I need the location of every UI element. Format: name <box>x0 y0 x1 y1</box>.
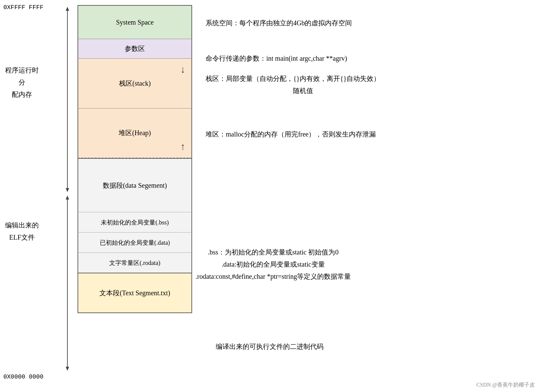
rodata-label: 文字常量区(.rodata) <box>109 259 160 267</box>
text-segment-label: 文本段(Text Segment.txt) <box>99 289 170 298</box>
annotation-text: 编译出来的可执行文件的二进制代码 <box>216 340 324 353</box>
system-space-block: System Space <box>78 5 192 39</box>
initialized-block: 已初始化的全局变量(.data) <box>78 232 192 252</box>
heap-label: 堆区(Heap) <box>119 128 151 138</box>
stack-anno-line1: 栈区：局部变量（自动分配，{}内有效，离开{}自动失效） <box>206 72 380 85</box>
annotation-stack: 栈区：局部变量（自动分配，{}内有效，离开{}自动失效） 随机值 <box>206 72 380 97</box>
bss-anno-line2: .data:初始化的全局变量或static变量 <box>195 258 351 270</box>
svg-marker-4 <box>66 195 69 200</box>
stack-anno-line2: 随机值 <box>226 85 380 97</box>
text-segment-block: 文本段(Text Segment.txt) <box>78 273 192 313</box>
watermark: CSDN @香蕉牛奶椰子皮 <box>477 382 535 389</box>
svg-marker-1 <box>66 7 69 11</box>
bss-anno-line1: .bss：为初始化的全局变量或static 初始值为0 <box>195 246 351 258</box>
elf-arrow <box>62 195 72 371</box>
annotation-params: 命令行传递的参数：int main(int argc,char **agrv) <box>206 52 347 64</box>
annotation-bss: .bss：为初始化的全局变量或static 初始值为0 .data:初始化的全局… <box>195 246 351 282</box>
system-space-label: System Space <box>116 19 154 26</box>
data-segment-label: 数据段(data Segement) <box>103 181 167 190</box>
svg-marker-2 <box>66 188 69 192</box>
addr-bottom: 0X0000 0000 <box>3 373 43 380</box>
initialized-label: 已初始化的全局变量(.data) <box>100 239 170 247</box>
params-label: 参数区 <box>125 44 145 53</box>
runtime-label: 程序运行时分配内存 <box>3 64 40 100</box>
heap-block: 堆区(Heap) ↑ <box>78 108 192 158</box>
elf-label: 编辑出来的ELF文件 <box>3 219 40 243</box>
annotation-system: 系统空间：每个程序由独立的4Gb的虚拟内存空间 <box>206 17 352 29</box>
data-segment-block: 数据段(data Segement) <box>78 158 192 212</box>
rodata-block: 文字常量区(.rodata) <box>78 252 192 273</box>
memory-diagram: System Space 参数区 栈区(stack) ↓ 堆区(Heap) ↑ … <box>78 5 192 313</box>
bss-label: 未初始化的全局变量(.bss) <box>101 218 169 227</box>
stack-block: 栈区(stack) ↓ <box>78 58 192 108</box>
annotation-heap: 堆区：malloc分配的内存（用完free），否则发生内存泄漏 <box>206 128 376 140</box>
runtime-arrow <box>62 7 72 192</box>
params-block: 参数区 <box>78 39 192 58</box>
bss-anno-line3: .rodata:const,#define,char *ptr=string等定… <box>195 270 351 282</box>
heap-up-arrow: ↑ <box>180 141 185 152</box>
bss-block: 未初始化的全局变量(.bss) <box>78 212 192 232</box>
svg-marker-5 <box>66 367 69 371</box>
stack-down-arrow: ↓ <box>180 64 185 75</box>
addr-top: 0XFFFF FFFF <box>3 4 43 11</box>
stack-label: 栈区(stack) <box>119 79 151 88</box>
